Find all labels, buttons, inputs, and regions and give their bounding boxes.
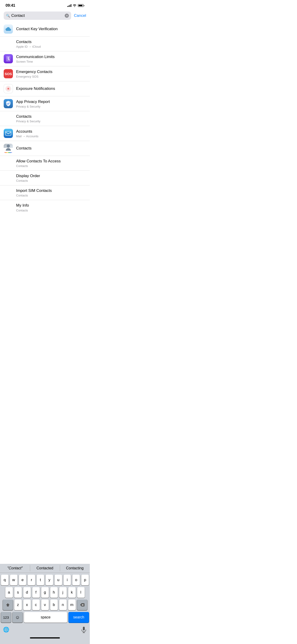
search-bar: 🔍 Contact ✕ Cancel [0,10,90,22]
result-exposure-notifications[interactable]: Exposure Notifications [0,81,90,96]
exposure-icon [4,84,13,93]
result-title: My Info [16,203,86,208]
result-contact-key-verification[interactable]: Contact Key Verification [0,22,90,36]
svg-point-0 [74,6,75,7]
result-title: Communication Limits [16,54,86,60]
result-title: Contacts [16,40,86,44]
mail-icon [4,129,13,138]
status-bar: 09:41 [0,0,90,10]
result-subtitle: Contacts [16,179,86,182]
result-text: Communication Limits Screen Time [16,54,86,63]
search-icon: 🔍 [6,14,10,18]
result-title: Contacts [16,114,86,119]
result-title: Contacts [16,146,86,151]
result-text: Exposure Notifications [16,86,86,91]
result-subtitle: Contacts [16,209,86,212]
clear-search-button[interactable]: ✕ [65,14,69,18]
result-text: App Privacy Report Privacy & Security [16,99,86,108]
result-display-order[interactable]: Display Order Contacts [0,171,90,186]
result-title: Accounts [16,129,86,134]
result-app-privacy-report[interactable]: App Privacy Report Privacy & Security [0,96,90,111]
result-title: Exposure Notifications [16,86,86,91]
svg-point-6 [7,88,9,90]
result-text: Contacts Privacy & Security [16,114,86,123]
svg-point-4 [8,59,9,60]
search-input-wrapper[interactable]: 🔍 Contact ✕ [4,12,71,20]
result-subtitle: Contacts [16,164,86,168]
result-text: Display Order Contacts [16,174,86,182]
result-allow-contacts-access[interactable]: Allow Contacts To Access Contacts [0,156,90,171]
result-title: App Privacy Report [16,99,86,104]
result-emergency-contacts[interactable]: SOS Emergency Contacts Emergency SOS [0,66,90,81]
result-subtitle: Privacy & Security [16,120,86,123]
result-subtitle: Mail → Accounts [16,134,86,138]
result-contacts-app[interactable]: Contacts [0,141,90,156]
result-text: My Info Contacts [16,203,86,212]
result-text: Contacts [16,146,86,151]
status-icons [67,4,84,7]
icloud-icon [4,24,13,34]
search-input[interactable]: Contact [11,13,63,18]
result-text: Accounts Mail → Accounts [16,129,86,138]
result-subtitle: Screen Time [16,60,86,63]
status-time: 09:41 [6,3,15,8]
result-subtitle: Apple ID → iCloud [16,45,86,48]
battery-icon [78,4,84,7]
sos-icon: SOS [4,69,13,78]
result-text: Allow Contacts To Access Contacts [16,159,86,168]
result-text: Import SIM Contacts Contacts [16,188,86,197]
svg-rect-9 [6,131,11,136]
search-results: Contact Key Verification Contacts Apple … [0,22,90,215]
sos-label: SOS [4,72,12,76]
result-accounts-mail[interactable]: Accounts Mail → Accounts [0,126,90,141]
wifi-icon [73,4,76,7]
result-subtitle: Emergency SOS [16,75,86,78]
signal-icon [67,4,71,7]
svg-rect-10 [6,131,11,136]
screentime-icon [4,54,13,63]
result-title: Import SIM Contacts [16,188,86,193]
result-communication-limits[interactable]: Communication Limits Screen Time [0,51,90,66]
result-subtitle: Contacts [16,194,86,197]
result-my-info[interactable]: My Info Contacts [0,200,90,215]
result-text: Emergency Contacts Emergency SOS [16,69,86,78]
result-contacts-privacy[interactable]: Contacts Privacy & Security [0,111,90,126]
cancel-button[interactable]: Cancel [74,13,86,18]
result-subtitle: Privacy & Security [16,105,86,108]
result-title: Allow Contacts To Access [16,159,86,164]
contacts-app-icon [4,144,13,153]
result-contacts-appleid[interactable]: Contacts Apple ID → iCloud [0,36,90,51]
result-title: Contact Key Verification [16,26,86,32]
result-title: Emergency Contacts [16,69,86,74]
privacy-icon [4,99,13,108]
result-text: Contact Key Verification [16,26,86,32]
result-text: Contacts Apple ID → iCloud [16,40,86,48]
result-import-sim-contacts[interactable]: Import SIM Contacts Contacts [0,186,90,200]
result-title: Display Order [16,174,86,178]
